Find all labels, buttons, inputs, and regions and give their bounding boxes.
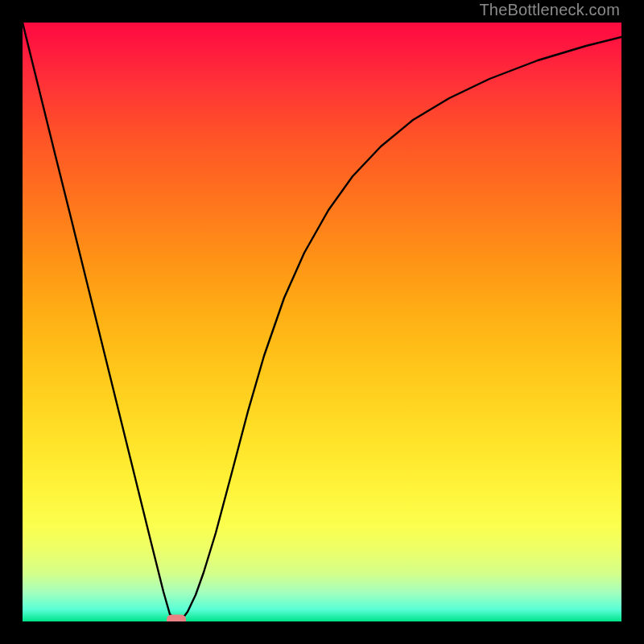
bottleneck-marker [167, 615, 186, 622]
plot-area [23, 23, 621, 621]
watermark-text: TheBottleneck.com [479, 0, 620, 23]
bottleneck-curve [23, 23, 621, 620]
curve-layer [23, 23, 621, 621]
chart-frame: TheBottleneck.com [0, 0, 644, 644]
